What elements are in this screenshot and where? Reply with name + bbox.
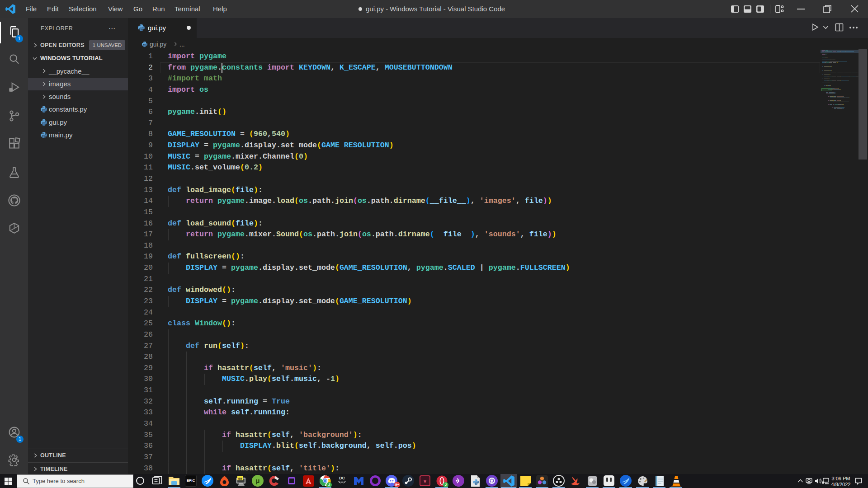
- svg-text:99: 99: [238, 477, 242, 481]
- svg-text:DC: DC: [339, 476, 345, 480]
